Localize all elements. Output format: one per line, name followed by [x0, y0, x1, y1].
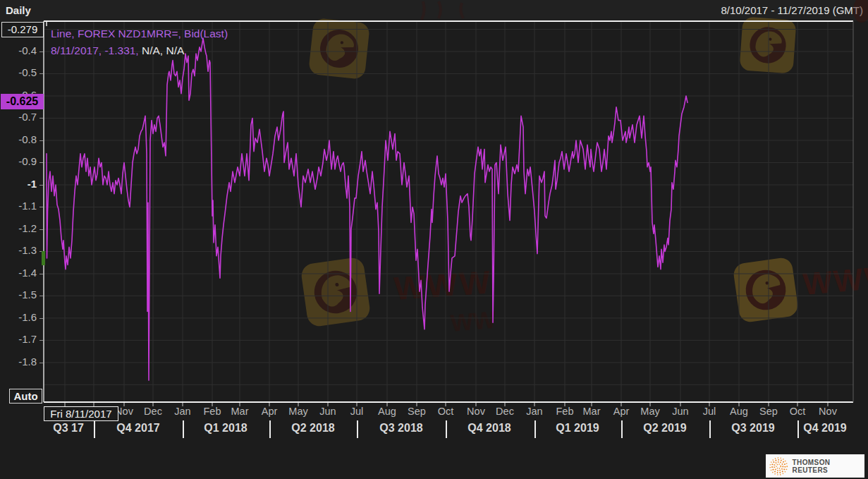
month-label: Oct: [790, 406, 806, 417]
svg-text:WWW: WWW: [393, 263, 494, 307]
y-axis-tick: [39, 207, 43, 207]
y-axis-label: -0.7: [1, 111, 37, 123]
y-axis-tick: [39, 296, 43, 296]
month-label: Nov: [467, 406, 485, 417]
legend-series-label: Line, FOREX NZD1MRR=, Bid(Last): [51, 25, 228, 42]
month-label: Nov: [819, 406, 837, 417]
svg-text:WW: WW: [449, 305, 497, 336]
y-axis-tick: [39, 318, 43, 319]
y-axis-label: -0.9: [1, 155, 37, 167]
y-axis-label: -1: [1, 178, 37, 190]
y-axis-label: -1.1: [1, 200, 37, 212]
cursor-value-marker: [42, 251, 45, 265]
y-axis-label: -1.6: [1, 311, 37, 323]
quarter-label: Q3 2018: [379, 422, 422, 435]
horizontal-gridlines: [44, 30, 853, 385]
thomson-reuters-logo: THOMSON REUTERS: [766, 454, 864, 478]
quarter-label: Q4 2019: [803, 422, 846, 435]
y-axis-tick: [39, 162, 43, 163]
legend-na-values: N/A, N/A: [139, 44, 185, 56]
month-label: Dec: [144, 406, 162, 417]
month-label: Sep: [759, 406, 778, 417]
quarter-separator: [269, 420, 271, 438]
month-label: Jun: [672, 406, 688, 417]
month-label: Apr: [613, 406, 630, 417]
y-axis-tick: [39, 229, 43, 230]
month-label: Aug: [730, 406, 748, 417]
month-label: Dec: [496, 406, 514, 417]
quarter-label: Q4 2018: [467, 422, 511, 435]
y-axis-label: -0.5: [1, 66, 37, 78]
legend-cursor-values: 8/11/2017, -1.331,: [51, 44, 139, 56]
quarter-label: Q3 2019: [731, 422, 774, 435]
reuters-eagle-watermark-icon: [300, 16, 799, 327]
y-axis-tick: [39, 140, 43, 141]
quarter-separator: [94, 420, 95, 438]
y-axis-label: -1.8: [1, 356, 37, 368]
quarter-label: Q2 2018: [291, 422, 334, 435]
month-label: Jan: [526, 406, 542, 417]
quarter-separator: [357, 420, 358, 438]
cursor-date-box: Fri 8/11/2017: [44, 406, 118, 421]
month-label: Oct: [438, 406, 454, 417]
www-watermark: WWW WWW WW: [393, 0, 868, 336]
y-axis-label: -1.4: [1, 267, 37, 279]
thomson-reuters-kinesis-icon: [769, 456, 789, 477]
y-axis-tick: [39, 73, 43, 74]
y-axis-label: -1.3: [1, 244, 37, 256]
plot-borders: [44, 21, 853, 402]
quarter-separator: [534, 420, 536, 438]
quarter-label: Q3 17: [53, 422, 84, 435]
quarter-separator: [709, 420, 711, 438]
month-label: Sep: [408, 406, 426, 417]
chart-legend: Line, FOREX NZD1MRR=, Bid(Last) 8/11/201…: [51, 25, 228, 59]
x-axis-quarters-row[interactable]: Q3 17Q4 2017Q1 2018Q2 2018Q3 2018Q4 2018…: [0, 420, 868, 439]
y-axis-tick: [39, 118, 43, 119]
month-label: Jun: [319, 406, 336, 417]
month-label: Feb: [556, 406, 574, 417]
quarter-separator: [446, 420, 447, 438]
month-label: Apr: [262, 406, 278, 417]
month-label: Mar: [583, 406, 601, 417]
month-label: Aug: [378, 406, 396, 417]
quarter-separator: [183, 420, 184, 438]
month-label: May: [640, 406, 659, 417]
y-axis-label: -0.4: [1, 44, 37, 56]
quarter-label: Q2 2019: [643, 422, 686, 435]
thomson-reuters-wordmark: THOMSON REUTERS: [793, 459, 864, 474]
y-axis-tick: [39, 274, 43, 274]
y-axis-label: -1.7: [1, 333, 37, 345]
y-axis-tick: [39, 363, 43, 363]
y-axis-label: -1.5: [1, 289, 37, 301]
quarter-separator: [621, 420, 623, 438]
month-label: May: [288, 406, 307, 417]
chart-window: Daily 8/10/2017 - 11/27/2019 (GMT) WWW W…: [0, 0, 868, 479]
month-label: Feb: [204, 406, 221, 417]
month-label: Jan: [174, 406, 190, 417]
month-label: Mar: [231, 406, 249, 417]
quarter-label: Q1 2018: [204, 422, 247, 435]
svg-text:WWW: WWW: [802, 259, 868, 301]
quarter-label: Q1 2019: [556, 422, 599, 435]
y-axis-tick: [39, 185, 43, 186]
y-axis-tick: [39, 51, 43, 52]
y-axis-column[interactable]: -0.4-0.5-0.6-0.7-0.8-0.9-1-1.1-1.2-1.3-1…: [0, 21, 44, 402]
vertical-gridlines: [65, 21, 828, 402]
y-axis-top-value-box: -0.279: [1, 22, 44, 37]
y-axis-label: -1.2: [1, 222, 37, 234]
quarter-label: Q4 2017: [116, 422, 159, 435]
x-axis-months-row[interactable]: NovDecJanFebMarAprMayJunJulAugSepOctNovD…: [0, 405, 868, 419]
month-label: Jul: [703, 406, 716, 417]
y-axis-tick: [39, 340, 43, 341]
axis-auto-scale-button[interactable]: Auto: [9, 389, 42, 404]
y-axis-label: -0.8: [1, 133, 37, 145]
last-value-badge: -0.625: [1, 94, 44, 109]
month-label: Jul: [350, 406, 364, 417]
quarter-separator: [797, 420, 799, 438]
